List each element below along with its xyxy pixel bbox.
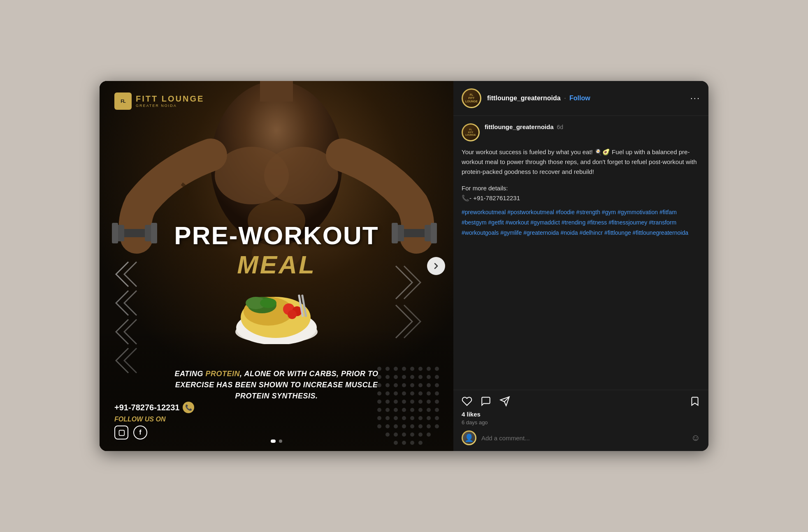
svg-point-59 <box>377 408 381 412</box>
svg-rect-11 <box>151 223 157 243</box>
comment-row: 👤 ☺ <box>462 430 700 445</box>
header-avatar[interactable]: FLFITTLOUNGE <box>462 88 481 108</box>
follow-button[interactable]: Follow <box>569 95 590 102</box>
post-body: FLFITTLOUNGE fittlounge_greaternoida 6d … <box>453 116 708 390</box>
post-caption: Your workout success is fueled by what y… <box>462 147 700 177</box>
dot-2[interactable] <box>279 439 282 443</box>
svg-point-73 <box>427 416 431 420</box>
post-card: FL FITT LOUNGE GREATER NOIDA PRE-WORKOUT… <box>100 81 708 451</box>
svg-point-64 <box>418 408 423 412</box>
post-sidebar: FLFITTLOUNGE fittlounge_greaternoida · F… <box>453 81 708 451</box>
svg-point-80 <box>418 424 423 428</box>
svg-point-40 <box>418 383 423 387</box>
svg-point-85 <box>402 433 406 437</box>
post-actions: 4 likes 6 days ago 👤 ☺ <box>453 390 708 451</box>
svg-point-54 <box>402 400 406 404</box>
post-details: For more details: 📞- +91-7827612231 <box>462 183 700 203</box>
logo-name: FITT LOUNGE <box>136 95 204 103</box>
svg-point-60 <box>385 408 390 412</box>
post-time: 6d <box>557 124 564 130</box>
svg-rect-17 <box>260 81 293 102</box>
phone-number: +91-78276-12231 📞 <box>114 402 194 413</box>
svg-point-37 <box>394 383 398 387</box>
svg-point-65 <box>427 408 431 412</box>
post-footer: +91-78276-12231 📞 FOLLOW US ON ▢ f <box>114 402 194 439</box>
share-button[interactable] <box>499 396 510 407</box>
emoji-button[interactable]: ☺ <box>691 433 700 443</box>
post-author-avatar[interactable]: FLFITTLOUNGE <box>462 123 480 141</box>
svg-point-82 <box>435 424 439 428</box>
more-options-button[interactable]: ··· <box>690 93 700 104</box>
svg-point-71 <box>410 416 414 420</box>
header-username: fittlounge_greaternoida · Follow <box>487 95 590 102</box>
svg-point-92 <box>418 441 423 445</box>
svg-point-33 <box>427 375 431 379</box>
svg-point-29 <box>394 375 398 379</box>
svg-point-84 <box>394 433 398 437</box>
svg-point-39 <box>410 383 414 387</box>
comment-input[interactable] <box>481 435 686 442</box>
svg-point-90 <box>402 441 406 445</box>
logo-area: FL FITT LOUNGE GREATER NOIDA <box>114 93 204 110</box>
svg-point-41 <box>427 383 431 387</box>
svg-point-72 <box>418 416 423 420</box>
instagram-icon[interactable]: ▢ <box>114 426 128 439</box>
post-author: FLFITTLOUNGE fittlounge_greaternoida 6d <box>462 123 700 141</box>
social-icons: ▢ f <box>114 426 194 439</box>
food-plate <box>231 270 322 336</box>
phone-detail: 📞- +91-7827612231 <box>462 193 700 203</box>
svg-point-32 <box>418 375 423 379</box>
commenter-avatar-inner: 👤 <box>463 432 475 444</box>
facebook-icon[interactable]: f <box>133 426 147 439</box>
post-username[interactable]: fittlounge_greaternoida <box>485 123 554 130</box>
svg-point-62 <box>402 408 406 412</box>
svg-point-56 <box>418 400 423 404</box>
svg-point-25 <box>427 367 431 371</box>
likes-count: 4 likes <box>462 411 700 418</box>
svg-point-67 <box>377 416 381 420</box>
svg-point-58 <box>435 400 439 404</box>
svg-point-49 <box>427 391 431 396</box>
svg-point-87 <box>418 433 423 437</box>
svg-point-45 <box>394 391 398 396</box>
follow-us-label: FOLLOW US ON <box>114 416 194 423</box>
svg-rect-16 <box>431 223 437 243</box>
like-button[interactable] <box>462 396 472 407</box>
svg-point-89 <box>394 441 398 445</box>
svg-point-70 <box>402 416 406 420</box>
svg-point-83 <box>385 433 390 437</box>
svg-point-55 <box>410 400 414 404</box>
title-main: PRE-WORKOUT <box>174 221 378 250</box>
hashtags: #preworkoutmeal #postworkoutmeal #foodie… <box>462 207 700 238</box>
post-meta: fittlounge_greaternoida 6d <box>485 123 563 130</box>
svg-point-26 <box>435 367 439 371</box>
next-button[interactable] <box>427 257 445 275</box>
svg-point-78 <box>402 424 406 428</box>
dot-1[interactable] <box>271 439 276 443</box>
caption-highlight: PROTEIN <box>206 370 240 378</box>
bookmark-button[interactable] <box>690 396 700 407</box>
svg-point-24 <box>418 367 423 371</box>
svg-point-88 <box>427 433 431 437</box>
action-bar <box>462 396 700 407</box>
svg-point-53 <box>394 400 398 404</box>
svg-point-34 <box>435 375 439 379</box>
logo-icon: FL <box>114 93 132 110</box>
svg-point-86 <box>410 433 414 437</box>
svg-point-63 <box>410 408 414 412</box>
svg-point-75 <box>377 424 381 428</box>
svg-point-38 <box>402 383 406 387</box>
comment-button[interactable] <box>481 396 491 407</box>
svg-point-76 <box>385 424 390 428</box>
svg-point-68 <box>385 416 390 420</box>
caption-normal: EATING <box>174 370 205 378</box>
svg-point-61 <box>394 408 398 412</box>
username-text[interactable]: fittlounge_greaternoida <box>487 95 561 102</box>
commenter-avatar: 👤 <box>462 430 476 445</box>
avatar-inner: FLFITTLOUNGE <box>463 90 480 107</box>
svg-point-99 <box>260 298 276 308</box>
post-header: FLFITTLOUNGE fittlounge_greaternoida · F… <box>453 81 708 116</box>
svg-point-50 <box>435 391 439 396</box>
svg-point-42 <box>435 383 439 387</box>
svg-point-69 <box>394 416 398 420</box>
